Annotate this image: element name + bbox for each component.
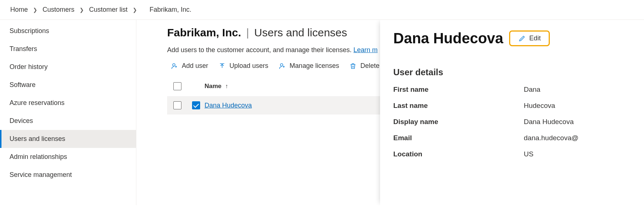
svg-point-0 [173,63,175,66]
detail-label: First name [393,86,524,94]
breadcrumb: Home ❯ Customers ❯ Customer list ❯ Fabri… [0,0,644,19]
select-all-checkbox[interactable] [173,82,181,90]
breadcrumb-item-customers[interactable]: Customers [43,6,74,14]
learn-more-link[interactable]: Learn m [353,46,378,54]
sidebar-item-subscriptions[interactable]: Subscriptions [0,22,136,40]
detail-value: dana.hudecova@ [524,134,578,142]
subtext-copy: Add users to the customer account, and m… [167,46,353,54]
manage-licenses-button[interactable]: Manage licenses [279,62,339,70]
svg-point-1 [280,63,283,66]
breadcrumb-item-customer-list[interactable]: Customer list [89,6,128,14]
add-user-label: Add user [182,62,208,70]
sidebar-item-software[interactable]: Software [0,76,136,94]
sidebar-item-devices[interactable]: Devices [0,112,136,130]
sidebar-item-users-and-licenses[interactable]: Users and licenses [0,130,136,148]
page-title-section: Users and licenses [254,26,347,39]
chevron-right-icon: ❯ [80,7,84,13]
detail-location: Location US [393,150,631,158]
user-details-panel: Dana Hudecova Edit User details First na… [380,20,644,205]
detail-value: US [524,150,533,158]
manage-licenses-label: Manage licenses [290,62,339,70]
row-selected-checkbox[interactable] [192,101,200,109]
manage-licenses-icon [279,62,286,70]
column-name-label: Name [205,83,221,90]
user-name-link[interactable]: Dana Hudecova [205,102,252,109]
sidebar-item-transfers[interactable]: Transfers [0,40,136,58]
add-user-button[interactable]: Add user [171,62,208,70]
detail-label: Last name [393,102,524,110]
main-content: Fabrikam, Inc. | Users and licenses Add … [136,20,644,205]
detail-label: Location [393,150,524,158]
upload-icon [218,62,226,70]
sidebar-item-azure-reservations[interactable]: Azure reservations [0,94,136,112]
sidebar: Subscriptions Transfers Order history So… [0,20,136,205]
upload-users-button[interactable]: Upload users [218,62,268,70]
detail-value: Dana Hudecova [524,118,574,126]
edit-button[interactable]: Edit [509,30,550,46]
detail-display-name: Display name Dana Hudecova [393,118,631,126]
row-checkbox[interactable] [173,101,181,109]
breadcrumb-item-home[interactable]: Home [10,6,28,14]
title-separator: | [246,26,249,39]
delete-button[interactable]: Delete [349,62,379,70]
detail-value: Dana [524,86,540,94]
detail-last-name: Last name Hudecova [393,102,631,110]
detail-value: Hudecova [524,102,555,110]
sidebar-item-admin-relationships[interactable]: Admin relationships [0,148,136,166]
detail-first-name: First name Dana [393,86,631,94]
detail-email: Email dana.hudecova@ [393,134,631,142]
pencil-icon [518,35,526,42]
panel-section-title: User details [393,67,631,77]
delete-icon [349,62,357,70]
chevron-right-icon: ❯ [33,7,37,13]
delete-label: Delete [360,62,379,70]
page-title-company: Fabrikam, Inc. [167,26,241,39]
panel-title: Dana Hudecova [393,30,503,47]
sort-ascending-icon: ↑ [225,83,228,90]
add-user-icon [171,62,178,70]
sidebar-item-order-history[interactable]: Order history [0,58,136,76]
edit-label: Edit [529,34,541,42]
detail-label: Email [393,134,524,142]
sidebar-item-service-management[interactable]: Service management [0,166,136,184]
chevron-right-icon: ❯ [133,7,137,13]
column-header-name[interactable]: Name ↑ [205,83,351,90]
breadcrumb-current: Fabrikam, Inc. [150,6,191,14]
upload-users-label: Upload users [229,62,268,70]
detail-label: Display name [393,118,524,126]
